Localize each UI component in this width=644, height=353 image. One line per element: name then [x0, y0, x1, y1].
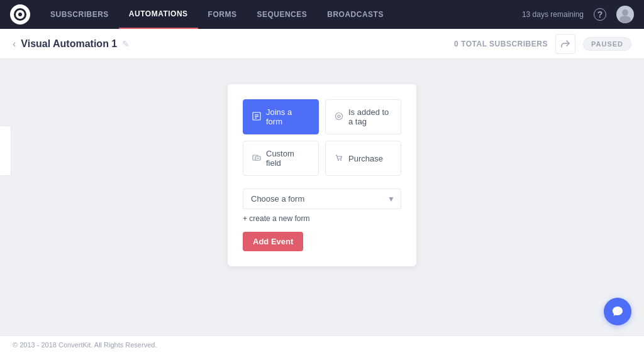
purchase-icon	[335, 153, 343, 164]
back-button[interactable]: ‹	[13, 38, 16, 50]
nav-sequences[interactable]: SEQUENCES	[247, 0, 317, 29]
trigger-custom-field[interactable]: Custom field	[243, 141, 319, 176]
form-icon	[252, 112, 261, 122]
trigger-card: Joins a form Is added to a tag Custom fi…	[228, 84, 416, 266]
svg-point-7	[338, 115, 340, 117]
nav-forms[interactable]: FORMS	[198, 0, 247, 29]
form-select-wrap: Choose a form ▼	[243, 188, 401, 209]
footer-text: © 2013 - 2018 ConvertKit. All Rights Res…	[13, 341, 157, 349]
create-form-link[interactable]: + create a new form	[243, 214, 401, 223]
trigger-joins-form-label: Joins a form	[266, 107, 309, 126]
svg-point-1	[619, 16, 631, 23]
subheader: ‹ Visual Automation 1 ✎ 0 TOTAL SUBSCRIB…	[0, 29, 644, 59]
logo[interactable]	[10, 4, 30, 24]
trigger-added-tag-label: Is added to a tag	[348, 107, 392, 126]
form-section: Choose a form ▼ + create a new form Add …	[243, 188, 401, 251]
trigger-purchase[interactable]: Purchase	[325, 141, 401, 176]
nav-right: 13 days remaining ?	[522, 6, 634, 23]
trigger-added-to-tag[interactable]: Is added to a tag	[325, 99, 401, 134]
svg-point-11	[338, 160, 339, 161]
nav-automations[interactable]: AUTOMATIONS	[119, 0, 198, 29]
nav-links: SUBSCRIBERS AUTOMATIONS FORMS SEQUENCES …	[40, 0, 522, 29]
chat-button[interactable]	[604, 298, 631, 325]
user-avatar[interactable]	[616, 6, 634, 23]
paused-button[interactable]: PAUSED	[583, 37, 631, 51]
tag-icon	[335, 112, 343, 122]
trial-text: 13 days remaining	[522, 10, 584, 19]
share-button[interactable]	[555, 34, 575, 54]
subscribers-count: 0 TOTAL SUBSCRIBERS	[454, 40, 548, 48]
custom-field-icon	[252, 153, 261, 164]
trigger-custom-field-label: Custom field	[266, 149, 309, 168]
edit-icon[interactable]: ✎	[122, 39, 130, 49]
svg-point-6	[336, 112, 343, 119]
form-select[interactable]: Choose a form	[243, 188, 401, 209]
main-content: Joins a form Is added to a tag Custom fi…	[0, 59, 644, 335]
trigger-options: Joins a form Is added to a tag Custom fi…	[243, 99, 401, 176]
svg-point-12	[340, 160, 341, 161]
navbar: SUBSCRIBERS AUTOMATIONS FORMS SEQUENCES …	[0, 0, 644, 29]
trigger-joins-form[interactable]: Joins a form	[243, 99, 319, 134]
trigger-purchase-label: Purchase	[348, 154, 383, 163]
page-title: Visual Automation 1	[21, 38, 117, 50]
sidebar-hint	[0, 126, 11, 176]
add-event-button[interactable]: Add Event	[243, 232, 303, 251]
nav-subscribers[interactable]: SUBSCRIBERS	[40, 0, 119, 29]
subheader-right: 0 TOTAL SUBSCRIBERS PAUSED	[454, 34, 631, 54]
footer: © 2013 - 2018 ConvertKit. All Rights Res…	[0, 335, 644, 353]
nav-broadcasts[interactable]: BROADCASTS	[317, 0, 394, 29]
help-button[interactable]: ?	[594, 8, 606, 21]
svg-point-0	[622, 9, 628, 16]
